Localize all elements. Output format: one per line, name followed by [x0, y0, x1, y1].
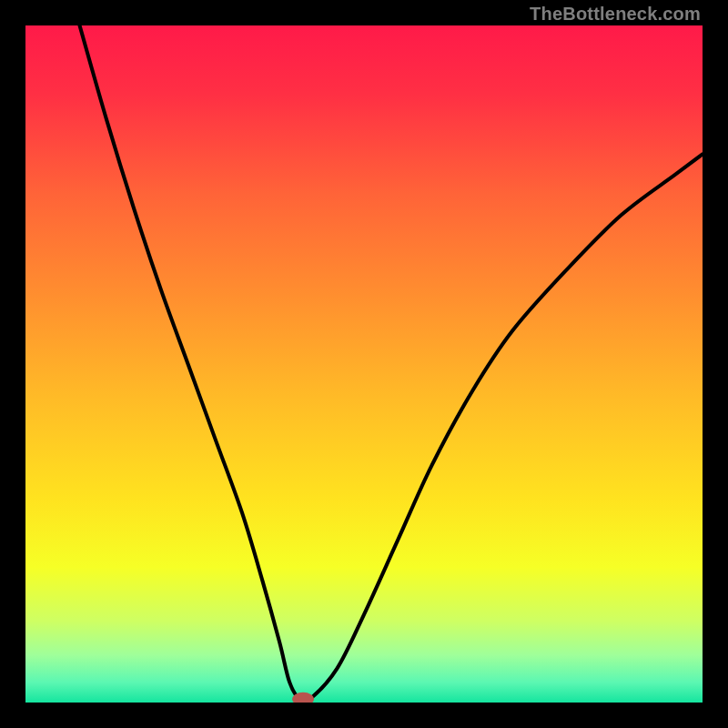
watermark-text: TheBottleneck.com	[530, 4, 701, 25]
chart-svg	[25, 25, 703, 703]
chart-frame: TheBottleneck.com	[0, 0, 728, 728]
plot-area	[25, 25, 703, 703]
gradient-background	[25, 25, 703, 703]
